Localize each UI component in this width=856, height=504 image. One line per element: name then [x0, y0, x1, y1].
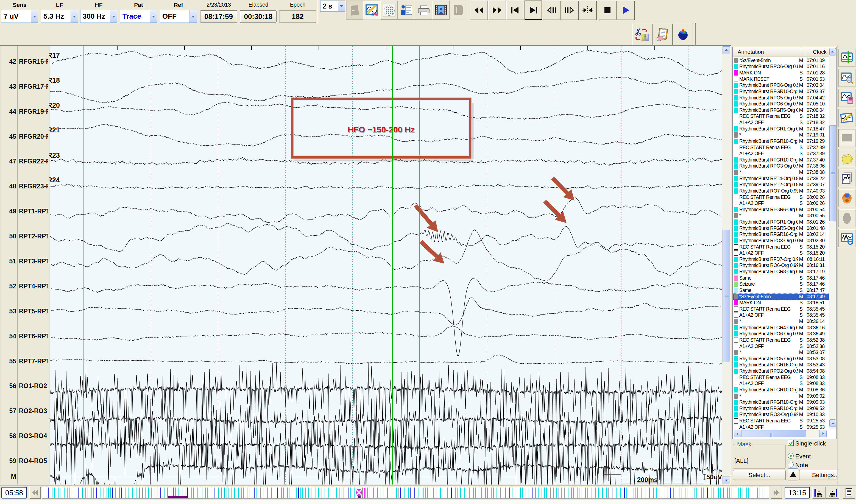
svg-text:R20: R20: [50, 101, 60, 109]
svg-text:R23: R23: [50, 151, 60, 159]
svg-text:R21: R21: [50, 126, 60, 134]
svg-text:200ms: 200ms: [637, 476, 658, 483]
svg-text:R24: R24: [50, 176, 60, 184]
svg-text:R18: R18: [50, 76, 60, 84]
svg-text:HFO ~150-200 Hz: HFO ~150-200 Hz: [348, 125, 415, 134]
svg-text:50uV: 50uV: [706, 473, 722, 481]
svg-text:ON: ON: [371, 12, 378, 17]
svg-text:R17: R17: [50, 51, 60, 59]
